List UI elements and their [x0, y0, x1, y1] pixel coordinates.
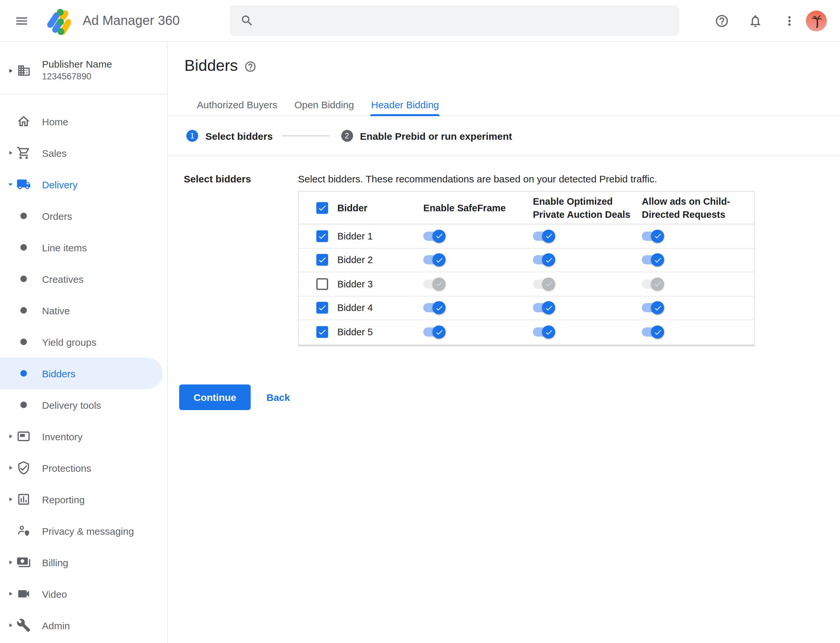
menu-icon[interactable]	[15, 14, 29, 28]
toggle-cell	[533, 230, 642, 243]
account-selector[interactable]: Publisher Name 1234567890	[0, 42, 167, 95]
sidebar-item-native[interactable]: Native	[0, 295, 167, 326]
checkbox-bidder-2[interactable]	[316, 254, 328, 266]
page-help-icon[interactable]	[244, 60, 257, 73]
continue-button[interactable]: Continue	[179, 385, 251, 410]
toggle-thumb	[433, 326, 446, 339]
caret-right-icon[interactable]	[7, 68, 14, 74]
tab-open-bidding[interactable]: Open Bidding	[286, 94, 363, 116]
sidebar-item-orders[interactable]: Orders	[0, 200, 167, 232]
sidebar-item-billing[interactable]: Billing	[0, 547, 167, 578]
toggle-optimized-deals-bidder-5[interactable]	[533, 326, 555, 339]
back-button[interactable]: Back	[266, 385, 290, 410]
toggle-thumb	[542, 326, 555, 339]
check-icon	[435, 256, 443, 264]
sidebar-item-inventory[interactable]: Inventory	[0, 421, 167, 452]
toggle-thumb	[542, 254, 555, 267]
step-label: Select bidders	[206, 130, 273, 141]
toggle-child-directed-bidder-1[interactable]	[642, 230, 664, 243]
publisher-building-icon	[17, 64, 31, 77]
checkbox-bidder-3[interactable]	[316, 278, 328, 290]
toggle-cell	[642, 230, 754, 243]
sidebar-item-bidders[interactable]: Bidders	[0, 357, 163, 389]
bullet-icon	[20, 276, 27, 282]
ad-manager-app: Ad Manager 360 Publisher Name 1234567890…	[0, 0, 840, 643]
notifications-icon[interactable]	[748, 14, 763, 28]
tab-authorized-buyers[interactable]: Authorized Buyers	[188, 94, 286, 116]
step-label: Enable Prebid or run experiment	[360, 130, 512, 141]
toggle-safeframe-bidder-3[interactable]	[423, 277, 446, 290]
sidebar-item-privacy-messaging[interactable]: Privacy & messaging	[0, 515, 167, 547]
step-enable-prebid[interactable]: 2 Enable Prebid or run experiment	[341, 130, 512, 142]
check-icon	[435, 232, 443, 240]
sidebar-item-label: Admin	[42, 620, 70, 631]
sidebar-item-delivery[interactable]: Delivery	[0, 169, 167, 200]
toggle-child-directed-bidder-4[interactable]	[642, 302, 664, 315]
toggle-thumb	[651, 277, 664, 290]
home-icon	[16, 114, 31, 129]
sidebar-item-admin[interactable]: Admin	[0, 610, 167, 641]
checkbox-bidder-4[interactable]	[316, 302, 328, 314]
sidebar-item-protections[interactable]: Protections	[0, 452, 167, 483]
more-vert-icon[interactable]	[782, 14, 797, 28]
table-row-bidder-4: Bidder 4	[299, 296, 754, 320]
toggle-child-directed-bidder-5[interactable]	[642, 326, 664, 339]
sidebar-item-line-items[interactable]: Line items	[0, 232, 167, 263]
tab-label: Header Bidding	[371, 99, 439, 110]
avatar[interactable]	[806, 10, 827, 31]
bullet-icon	[20, 339, 27, 345]
toggle-safeframe-bidder-4[interactable]	[423, 302, 446, 315]
step-select-bidders[interactable]: 1 Select bidders	[186, 130, 273, 142]
table-row-bidder-2: Bidder 2	[299, 248, 754, 272]
table-row-bidder-5: Bidder 5	[299, 320, 754, 344]
bidder-name: Bidder 3	[337, 279, 373, 289]
bullet-icon	[20, 244, 27, 251]
bullet-icon	[20, 370, 27, 377]
check-icon	[544, 232, 553, 240]
search-input[interactable]	[262, 15, 669, 26]
toggle-safeframe-bidder-5[interactable]	[423, 326, 446, 339]
section-label: Select bidders	[184, 173, 251, 184]
sidebar-item-label: Reporting	[42, 494, 85, 505]
toggle-thumb	[651, 302, 664, 315]
sidebar-item-yield-groups[interactable]: Yield groups	[0, 326, 167, 357]
sidebar-item-creatives[interactable]: Creatives	[0, 263, 167, 295]
bidder-cell: Bidder 3	[299, 278, 423, 290]
toggle-thumb	[651, 254, 664, 267]
toggle-safeframe-bidder-1[interactable]	[423, 230, 446, 243]
bidder-name: Bidder 2	[337, 255, 373, 265]
sidebar-item-delivery-tools[interactable]: Delivery tools	[0, 389, 167, 421]
check-icon	[318, 256, 327, 265]
select-all-checkbox[interactable]	[316, 202, 328, 214]
toggle-optimized-deals-bidder-1[interactable]	[533, 230, 555, 243]
toggle-thumb	[542, 302, 555, 315]
bidder-name: Bidder 1	[337, 231, 373, 242]
tab-header-bidding[interactable]: Header Bidding	[363, 94, 448, 116]
toggle-optimized-deals-bidder-4[interactable]	[533, 302, 555, 315]
sidebar-item-video[interactable]: Video	[0, 578, 167, 610]
toggle-child-directed-bidder-3[interactable]	[642, 277, 664, 290]
help-icon[interactable]	[715, 14, 729, 28]
sidebar-item-sales[interactable]: Sales	[0, 137, 167, 169]
toggle-cell	[423, 302, 533, 315]
check-icon	[653, 280, 662, 288]
sidebar-item-label: Inventory	[42, 431, 82, 442]
toggle-child-directed-bidder-2[interactable]	[642, 254, 664, 267]
toggle-safeframe-bidder-2[interactable]	[423, 254, 446, 267]
toggle-optimized-deals-bidder-2[interactable]	[533, 254, 555, 267]
caret-right-icon	[7, 465, 14, 471]
sidebar-item-label: Sales	[42, 147, 67, 158]
search-bar[interactable]	[230, 5, 679, 36]
check-icon	[318, 304, 327, 313]
sidebar-item-reporting[interactable]: Reporting	[0, 483, 167, 515]
check-icon	[544, 328, 553, 336]
top-bar: Ad Manager 360	[0, 0, 840, 42]
sidebar-item-home[interactable]: Home	[0, 106, 167, 137]
checkbox-bidder-1[interactable]	[316, 230, 328, 242]
check-icon	[435, 328, 443, 336]
check-icon	[544, 256, 553, 264]
toggle-optimized-deals-bidder-3[interactable]	[533, 277, 555, 290]
toggle-thumb	[433, 254, 446, 267]
checkbox-bidder-5[interactable]	[316, 326, 328, 338]
sidebar-item-label: Bidders	[42, 368, 75, 379]
